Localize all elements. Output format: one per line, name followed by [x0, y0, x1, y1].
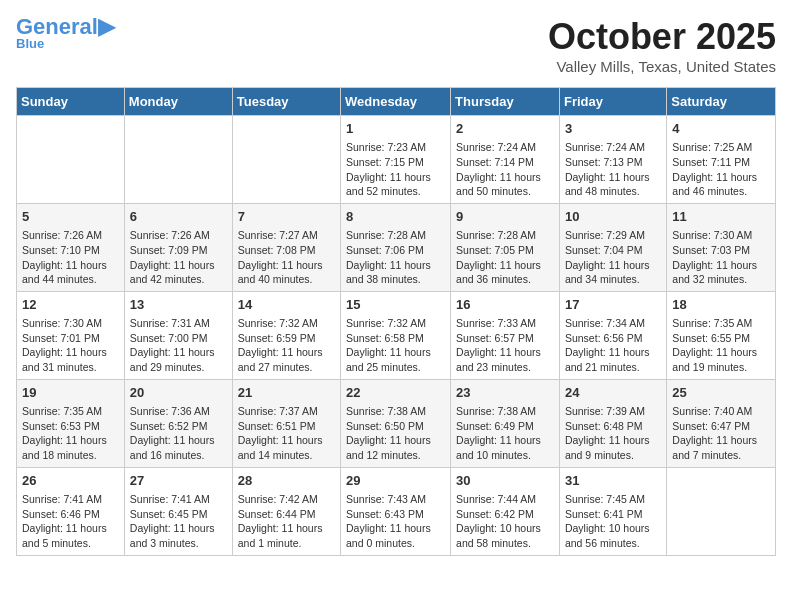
logo-blue: ▶ — [98, 14, 115, 39]
cell-line: Daylight: 11 hours and 16 minutes. — [130, 434, 215, 461]
cell-line: Sunrise: 7:30 AM — [22, 317, 102, 329]
cell-line: Sunrise: 7:25 AM — [672, 141, 752, 153]
cell-line: Sunrise: 7:30 AM — [672, 229, 752, 241]
calendar-cell: 10Sunrise: 7:29 AMSunset: 7:04 PMDayligh… — [559, 203, 666, 291]
title-section: October 2025 Valley Mills, Texas, United… — [548, 16, 776, 75]
calendar-cell: 29Sunrise: 7:43 AMSunset: 6:43 PMDayligh… — [341, 467, 451, 555]
day-of-week-header: Friday — [559, 88, 666, 116]
calendar-cell: 25Sunrise: 7:40 AMSunset: 6:47 PMDayligh… — [667, 379, 776, 467]
cell-line: Sunrise: 7:38 AM — [456, 405, 536, 417]
day-number: 1 — [346, 120, 445, 138]
cell-line: Sunrise: 7:45 AM — [565, 493, 645, 505]
cell-line: Daylight: 11 hours and 5 minutes. — [22, 522, 107, 549]
cell-line: Sunrise: 7:36 AM — [130, 405, 210, 417]
cell-line: Sunrise: 7:28 AM — [456, 229, 536, 241]
cell-line: Daylight: 11 hours and 0 minutes. — [346, 522, 431, 549]
cell-line: Sunset: 7:05 PM — [456, 244, 534, 256]
calendar-cell: 16Sunrise: 7:33 AMSunset: 6:57 PMDayligh… — [451, 291, 560, 379]
day-number: 29 — [346, 472, 445, 490]
cell-content: Sunrise: 7:23 AMSunset: 7:15 PMDaylight:… — [346, 140, 445, 199]
cell-line: Sunrise: 7:38 AM — [346, 405, 426, 417]
cell-line: Sunrise: 7:29 AM — [565, 229, 645, 241]
cell-line: Sunset: 6:48 PM — [565, 420, 643, 432]
cell-content: Sunrise: 7:30 AMSunset: 7:03 PMDaylight:… — [672, 228, 770, 287]
cell-line: Sunset: 7:15 PM — [346, 156, 424, 168]
calendar-cell — [17, 116, 125, 204]
calendar-body: 1Sunrise: 7:23 AMSunset: 7:15 PMDaylight… — [17, 116, 776, 556]
day-number: 6 — [130, 208, 227, 226]
day-number: 26 — [22, 472, 119, 490]
day-number: 14 — [238, 296, 335, 314]
day-number: 22 — [346, 384, 445, 402]
calendar-cell: 21Sunrise: 7:37 AMSunset: 6:51 PMDayligh… — [232, 379, 340, 467]
day-of-week-header: Wednesday — [341, 88, 451, 116]
cell-content: Sunrise: 7:38 AMSunset: 6:49 PMDaylight:… — [456, 404, 554, 463]
day-number: 11 — [672, 208, 770, 226]
cell-line: Sunset: 6:53 PM — [22, 420, 100, 432]
cell-line: Daylight: 11 hours and 42 minutes. — [130, 259, 215, 286]
cell-line: Daylight: 11 hours and 14 minutes. — [238, 434, 323, 461]
calendar-cell: 8Sunrise: 7:28 AMSunset: 7:06 PMDaylight… — [341, 203, 451, 291]
calendar-cell: 2Sunrise: 7:24 AMSunset: 7:14 PMDaylight… — [451, 116, 560, 204]
calendar-cell: 18Sunrise: 7:35 AMSunset: 6:55 PMDayligh… — [667, 291, 776, 379]
cell-line: Sunset: 6:47 PM — [672, 420, 750, 432]
cell-line: Sunrise: 7:32 AM — [238, 317, 318, 329]
calendar-cell: 1Sunrise: 7:23 AMSunset: 7:15 PMDaylight… — [341, 116, 451, 204]
cell-line: Sunset: 6:56 PM — [565, 332, 643, 344]
cell-line: Daylight: 11 hours and 50 minutes. — [456, 171, 541, 198]
cell-line: Sunrise: 7:28 AM — [346, 229, 426, 241]
day-number: 20 — [130, 384, 227, 402]
day-number: 4 — [672, 120, 770, 138]
calendar-cell: 5Sunrise: 7:26 AMSunset: 7:10 PMDaylight… — [17, 203, 125, 291]
cell-line: Sunset: 7:08 PM — [238, 244, 316, 256]
cell-line: Sunrise: 7:44 AM — [456, 493, 536, 505]
page-header: General▶ Blue October 2025 Valley Mills,… — [16, 16, 776, 75]
day-number: 31 — [565, 472, 661, 490]
cell-content: Sunrise: 7:41 AMSunset: 6:46 PMDaylight:… — [22, 492, 119, 551]
cell-content: Sunrise: 7:32 AMSunset: 6:58 PMDaylight:… — [346, 316, 445, 375]
calendar-cell: 15Sunrise: 7:32 AMSunset: 6:58 PMDayligh… — [341, 291, 451, 379]
cell-line: Daylight: 11 hours and 19 minutes. — [672, 346, 757, 373]
cell-line: Daylight: 11 hours and 44 minutes. — [22, 259, 107, 286]
day-number: 3 — [565, 120, 661, 138]
cell-content: Sunrise: 7:42 AMSunset: 6:44 PMDaylight:… — [238, 492, 335, 551]
calendar-cell: 24Sunrise: 7:39 AMSunset: 6:48 PMDayligh… — [559, 379, 666, 467]
calendar-cell: 22Sunrise: 7:38 AMSunset: 6:50 PMDayligh… — [341, 379, 451, 467]
cell-line: Sunrise: 7:24 AM — [456, 141, 536, 153]
cell-line: Sunset: 7:03 PM — [672, 244, 750, 256]
cell-line: Sunrise: 7:27 AM — [238, 229, 318, 241]
calendar-week-row: 26Sunrise: 7:41 AMSunset: 6:46 PMDayligh… — [17, 467, 776, 555]
day-number: 25 — [672, 384, 770, 402]
cell-content: Sunrise: 7:45 AMSunset: 6:41 PMDaylight:… — [565, 492, 661, 551]
cell-line: Sunrise: 7:34 AM — [565, 317, 645, 329]
location: Valley Mills, Texas, United States — [548, 58, 776, 75]
logo: General▶ Blue — [16, 16, 115, 51]
day-number: 19 — [22, 384, 119, 402]
cell-content: Sunrise: 7:31 AMSunset: 7:00 PMDaylight:… — [130, 316, 227, 375]
day-number: 2 — [456, 120, 554, 138]
logo-text: General▶ — [16, 16, 115, 38]
calendar-cell: 13Sunrise: 7:31 AMSunset: 7:00 PMDayligh… — [124, 291, 232, 379]
calendar-cell: 26Sunrise: 7:41 AMSunset: 6:46 PMDayligh… — [17, 467, 125, 555]
cell-content: Sunrise: 7:38 AMSunset: 6:50 PMDaylight:… — [346, 404, 445, 463]
cell-content: Sunrise: 7:25 AMSunset: 7:11 PMDaylight:… — [672, 140, 770, 199]
cell-line: Daylight: 11 hours and 1 minute. — [238, 522, 323, 549]
cell-line: Sunset: 6:42 PM — [456, 508, 534, 520]
cell-line: Sunrise: 7:33 AM — [456, 317, 536, 329]
cell-line: Sunset: 7:04 PM — [565, 244, 643, 256]
day-number: 7 — [238, 208, 335, 226]
day-of-week-header: Monday — [124, 88, 232, 116]
cell-line: Sunrise: 7:32 AM — [346, 317, 426, 329]
calendar-week-row: 5Sunrise: 7:26 AMSunset: 7:10 PMDaylight… — [17, 203, 776, 291]
day-number: 12 — [22, 296, 119, 314]
calendar-cell: 20Sunrise: 7:36 AMSunset: 6:52 PMDayligh… — [124, 379, 232, 467]
calendar-cell: 4Sunrise: 7:25 AMSunset: 7:11 PMDaylight… — [667, 116, 776, 204]
cell-line: Daylight: 11 hours and 31 minutes. — [22, 346, 107, 373]
cell-line: Daylight: 11 hours and 34 minutes. — [565, 259, 650, 286]
day-number: 21 — [238, 384, 335, 402]
cell-content: Sunrise: 7:26 AMSunset: 7:09 PMDaylight:… — [130, 228, 227, 287]
cell-line: Daylight: 11 hours and 3 minutes. — [130, 522, 215, 549]
cell-content: Sunrise: 7:27 AMSunset: 7:08 PMDaylight:… — [238, 228, 335, 287]
cell-line: Sunset: 6:49 PM — [456, 420, 534, 432]
calendar-cell: 19Sunrise: 7:35 AMSunset: 6:53 PMDayligh… — [17, 379, 125, 467]
